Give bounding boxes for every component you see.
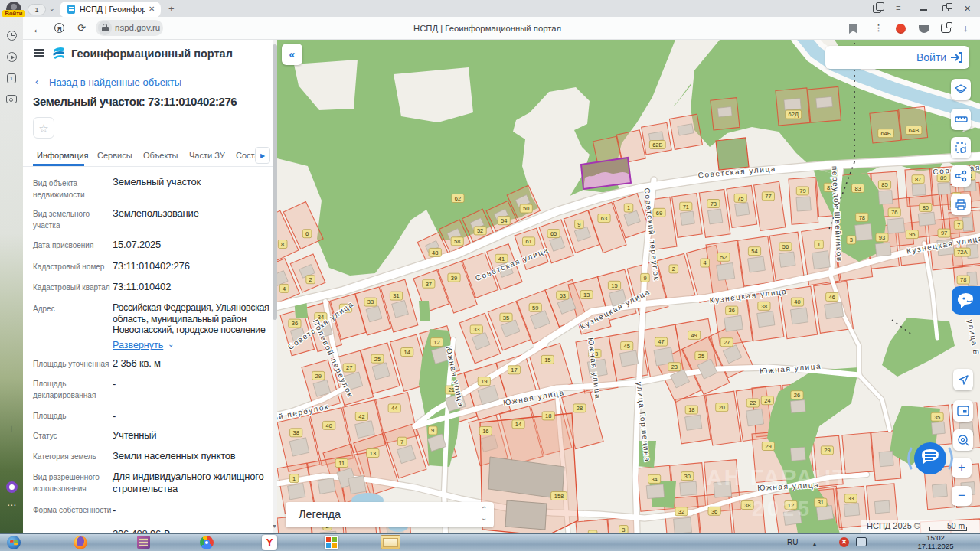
svg-text:11: 11 (338, 460, 345, 467)
svg-text:93: 93 (879, 234, 885, 241)
svg-text:36: 36 (729, 307, 735, 314)
svg-text:9: 9 (431, 427, 434, 434)
svg-text:6: 6 (305, 230, 309, 237)
svg-text:18: 18 (545, 412, 551, 419)
svg-text:13: 13 (370, 450, 376, 457)
svg-text:9: 9 (577, 221, 580, 228)
svg-text:7: 7 (957, 222, 960, 229)
svg-text:49: 49 (691, 332, 697, 339)
svg-text:1: 1 (627, 204, 630, 211)
svg-text:2: 2 (309, 276, 312, 283)
svg-text:83: 83 (854, 185, 861, 192)
svg-text:54: 54 (501, 217, 507, 224)
svg-text:62Д: 62Д (789, 111, 799, 118)
svg-text:31: 31 (393, 292, 399, 299)
svg-text:27: 27 (346, 364, 352, 371)
svg-text:61: 61 (525, 238, 531, 245)
svg-text:40: 40 (794, 298, 800, 305)
svg-text:36: 36 (711, 508, 717, 515)
svg-text:31: 31 (818, 499, 824, 506)
svg-text:73: 73 (710, 201, 717, 207)
svg-text:77: 77 (765, 193, 771, 200)
svg-text:47: 47 (658, 338, 664, 345)
svg-text:41: 41 (498, 256, 505, 262)
svg-text:54: 54 (751, 248, 757, 255)
svg-text:16: 16 (482, 428, 488, 435)
svg-text:39: 39 (451, 275, 457, 282)
svg-text:4: 4 (283, 285, 286, 292)
svg-text:80: 80 (923, 204, 929, 211)
svg-text:3: 3 (850, 236, 853, 243)
svg-text:78: 78 (960, 276, 966, 283)
svg-text:79: 79 (799, 187, 805, 194)
svg-text:52: 52 (720, 254, 727, 261)
svg-text:19: 19 (481, 378, 487, 385)
svg-text:33: 33 (848, 495, 854, 502)
svg-text:35: 35 (503, 315, 509, 321)
svg-text:15: 15 (544, 357, 550, 364)
svg-text:8: 8 (281, 241, 284, 248)
svg-text:25: 25 (698, 353, 704, 360)
svg-text:58: 58 (454, 238, 460, 245)
svg-text:2: 2 (672, 266, 675, 272)
svg-text:97: 97 (941, 230, 947, 236)
svg-text:69: 69 (656, 210, 662, 217)
svg-text:25: 25 (374, 356, 381, 363)
svg-text:24: 24 (764, 397, 770, 404)
svg-text:63: 63 (601, 215, 607, 222)
svg-text:АН ГАРАНТ: АН ГАРАНТ (706, 465, 848, 490)
svg-text:14: 14 (515, 421, 521, 428)
svg-text:64Б: 64Б (880, 130, 890, 137)
svg-text:14: 14 (404, 349, 410, 356)
svg-text:65: 65 (550, 230, 557, 237)
svg-text:30: 30 (684, 473, 691, 480)
svg-text:15: 15 (611, 282, 617, 289)
svg-text:32: 32 (678, 508, 684, 515)
svg-text:56: 56 (782, 243, 789, 250)
svg-text:3: 3 (622, 527, 625, 533)
svg-text:34: 34 (651, 476, 657, 483)
svg-text:29: 29 (315, 373, 322, 380)
svg-text:40: 40 (326, 422, 332, 429)
svg-text:87: 87 (915, 176, 921, 183)
svg-text:71: 71 (683, 204, 689, 210)
svg-text:12: 12 (433, 339, 439, 346)
svg-text:50: 50 (523, 205, 529, 212)
svg-text:42: 42 (358, 413, 364, 420)
svg-text:4: 4 (704, 259, 707, 266)
svg-text:53: 53 (560, 292, 566, 299)
svg-text:23: 23 (671, 364, 678, 370)
svg-text:37: 37 (426, 281, 432, 288)
svg-text:44: 44 (391, 405, 397, 412)
svg-text:9: 9 (643, 275, 646, 282)
svg-text:36: 36 (292, 320, 298, 327)
svg-text:38: 38 (744, 502, 750, 509)
svg-text:76: 76 (891, 209, 897, 216)
svg-text:62Б: 62Б (652, 142, 662, 148)
svg-text:52: 52 (477, 227, 483, 234)
svg-text:95: 95 (909, 231, 915, 238)
svg-text:38: 38 (761, 303, 767, 310)
svg-text:59: 59 (532, 305, 538, 311)
svg-text:27: 27 (724, 339, 730, 346)
svg-text:45: 45 (624, 343, 630, 350)
svg-text:7: 7 (400, 439, 403, 445)
svg-text:46: 46 (829, 294, 835, 301)
svg-text:48: 48 (432, 249, 438, 256)
svg-text:78: 78 (859, 214, 865, 221)
svg-text:38: 38 (293, 429, 299, 436)
svg-text:26: 26 (794, 392, 800, 399)
svg-text:158: 158 (554, 493, 564, 500)
svg-text:2025: 2025 (752, 497, 813, 520)
svg-text:89: 89 (940, 174, 946, 181)
svg-text:22: 22 (750, 399, 756, 406)
svg-text:13: 13 (583, 292, 590, 298)
svg-text:17: 17 (511, 367, 517, 373)
svg-text:62: 62 (455, 195, 461, 202)
svg-text:64В: 64В (909, 127, 919, 134)
svg-text:75: 75 (737, 195, 743, 202)
svg-text:20: 20 (719, 404, 725, 411)
svg-text:18: 18 (688, 406, 694, 413)
svg-text:72А: 72А (957, 249, 967, 256)
svg-text:1: 1 (292, 475, 296, 482)
